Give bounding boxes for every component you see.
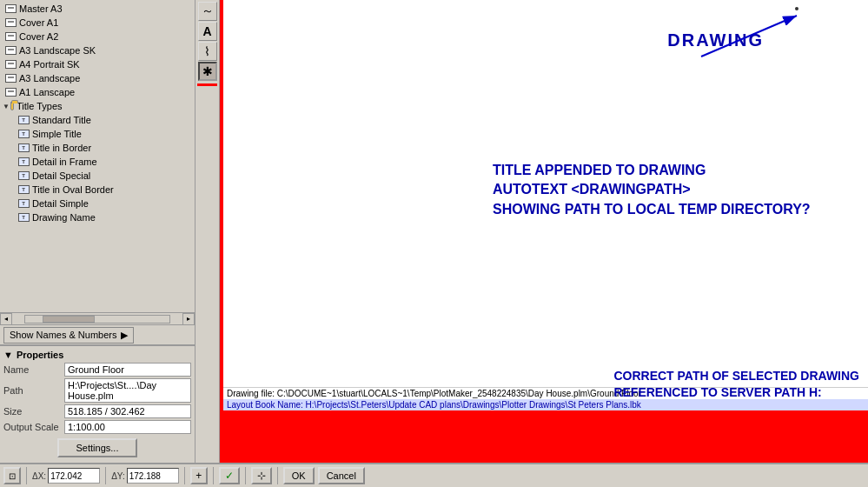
tree-item-label: Simple Title (32, 129, 82, 139)
separator-4 (213, 467, 214, 484)
prop-value: H:\Projects\St....\Day House.plm (64, 378, 191, 403)
delta-x-label: ΔX: (32, 471, 46, 481)
prop-label: Output Scale (3, 422, 64, 432)
plus-button[interactable]: + (190, 467, 208, 484)
properties-label: Properties (17, 350, 63, 360)
title-icon: T (17, 183, 30, 196)
delta-y-field: ΔY: (111, 468, 179, 484)
cancel-button[interactable]: Cancel (318, 467, 365, 484)
scrollbar-track[interactable] (24, 315, 170, 324)
tree-item-a4-portrait-sk[interactable]: A4 Portrait SK (0, 57, 195, 71)
delta-y-label: ΔY: (111, 471, 125, 481)
left-panel: Master A3Cover A1Cover A2A3 Landscape SK… (0, 0, 195, 463)
delta-y-input[interactable] (127, 468, 179, 484)
title-icon: T (17, 211, 30, 223)
names-numbers-bar: Show Names & Numbers ▶ (0, 324, 195, 345)
layout-icon (4, 17, 17, 29)
vertical-toolbar: ～ A ⌇ ✱ (195, 0, 220, 463)
tree-item-detail-in-frame[interactable]: TDetail in Frame (0, 155, 195, 169)
tree-item-label: Title in Oval Border (32, 184, 114, 195)
folder-icon: ▼ (2, 100, 14, 112)
tree-item-simple-title[interactable]: TSimple Title (0, 127, 195, 141)
separator-1 (26, 467, 27, 484)
tree-item-label: Detail Simple (32, 198, 89, 209)
tree-item-label: A1 Lanscape (19, 87, 75, 97)
tree-item-label: Drawing Name (32, 212, 96, 223)
ok-button[interactable]: OK (283, 467, 315, 484)
tree-item-master-a3[interactable]: Master A3 (0, 2, 195, 16)
prop-value: Ground Floor (64, 363, 191, 377)
tree-item-label: Cover A1 (19, 17, 58, 28)
text-a-icon: A (202, 24, 211, 38)
layout-icon (4, 86, 17, 98)
delta-x-input[interactable] (48, 468, 100, 484)
red-rectangle (223, 410, 868, 463)
title-appended-text: TITLE APPENDED TO DRAWING (493, 161, 811, 180)
tree-item-label: Cover A2 (19, 31, 58, 42)
tree-item-detail-special[interactable]: TDetail Special (0, 169, 195, 183)
correct-path-text: CORRECT PATH OF SELECTED DRAWING (613, 368, 859, 385)
bottom-toolbar: ⊡ ΔX: ΔY: + ✓ ⊹ OK Cancel (0, 463, 868, 487)
zigzag-icon: ⌇ (204, 44, 210, 58)
layout-icon (4, 30, 17, 43)
canvas-area[interactable]: DRAWING TITLE APPENDED TO DRAWING AUTOTE… (223, 0, 868, 463)
tree-item-title-types-group[interactable]: ▼Title Types (0, 99, 195, 113)
tree-item-label: A3 Landscape SK (19, 45, 96, 56)
delta-x-field: ΔX: (32, 468, 100, 484)
show-names-numbers-button[interactable]: Show Names & Numbers ▶ (3, 327, 134, 344)
snap-button[interactable]: ⊹ (251, 467, 272, 484)
tree-item-a1-lanscape[interactable]: A1 Lanscape (0, 85, 195, 99)
prop-value: 1:100.00 (64, 420, 191, 434)
red-divider (197, 83, 217, 86)
layout-icon (4, 58, 17, 70)
tree-item-label: Standard Title (32, 115, 91, 125)
tree-item-standard-title[interactable]: TStandard Title (0, 113, 195, 127)
tree-item-label: Title Types (17, 101, 63, 111)
tree-area[interactable]: Master A3Cover A1Cover A2A3 Landscape SK… (0, 0, 195, 312)
tool-star-button[interactable]: ✱ (198, 62, 217, 81)
layout-icon (4, 72, 17, 84)
prop-value: 518.185 / 302.462 (64, 404, 191, 418)
tree-item-label: Detail Special (32, 170, 90, 181)
layout-icon (4, 3, 17, 15)
tree-item-drawing-name[interactable]: TDrawing Name (0, 210, 195, 224)
referenced-to-text: REFERENCED TO SERVER PATH H: (613, 384, 859, 402)
tool-wave-button[interactable]: ～ (198, 2, 217, 21)
tool-zigzag-button[interactable]: ⌇ (198, 42, 217, 61)
tool-text-button[interactable]: A (198, 22, 217, 41)
checkmark-button[interactable]: ✓ (219, 467, 240, 484)
title-icon: T (17, 170, 30, 182)
scroll-right-btn[interactable]: ▸ (182, 313, 195, 325)
bottom-icon-button[interactable]: ⊡ (3, 467, 21, 484)
tree-item-label: A4 Portrait SK (19, 59, 80, 70)
tree-item-title-in-oval-border[interactable]: TTitle in Oval Border (0, 183, 195, 197)
star-icon: ✱ (202, 64, 213, 78)
separator-5 (245, 467, 246, 484)
main-area: Master A3Cover A1Cover A2A3 Landscape SK… (0, 0, 868, 463)
title-icon: T (17, 197, 30, 210)
tree-item-a3-landscape-sk[interactable]: A3 Landscape SK (0, 43, 195, 57)
separator-2 (105, 467, 106, 484)
tree-item-label: Title in Border (32, 143, 91, 153)
tree-item-title-in-border[interactable]: TTitle in Border (0, 141, 195, 155)
autotext-text: AUTOTEXT <DRAWINGPATH> (493, 180, 811, 199)
title-icon: T (17, 128, 30, 140)
scroll-left-btn[interactable]: ◂ (0, 313, 12, 325)
wave-icon: ～ (202, 3, 214, 19)
layout-icon (4, 44, 17, 57)
prop-label: Size (3, 406, 64, 417)
tree-item-label: Detail in Frame (32, 157, 97, 167)
prop-label: Name (3, 364, 64, 375)
tree-item-cover-a2[interactable]: Cover A2 (0, 30, 195, 43)
properties-header[interactable]: ▼ Properties (0, 348, 195, 362)
title-appended-annotation: TITLE APPENDED TO DRAWING AUTOTEXT <DRAW… (493, 161, 811, 219)
tree-item-a3-landscape[interactable]: A3 Landscape (0, 71, 195, 85)
scrollbar-thumb[interactable] (43, 316, 95, 323)
tree-item-detail-simple[interactable]: TDetail Simple (0, 197, 195, 210)
canvas-dot-tr (795, 7, 798, 10)
settings-button[interactable]: Settings... (57, 438, 138, 457)
collapse-arrow-icon: ▼ (3, 350, 13, 360)
names-numbers-label: Show Names & Numbers (10, 330, 117, 340)
tree-item-cover-a1[interactable]: Cover A1 (0, 16, 195, 30)
tree-item-label: A3 Landscape (19, 73, 80, 83)
